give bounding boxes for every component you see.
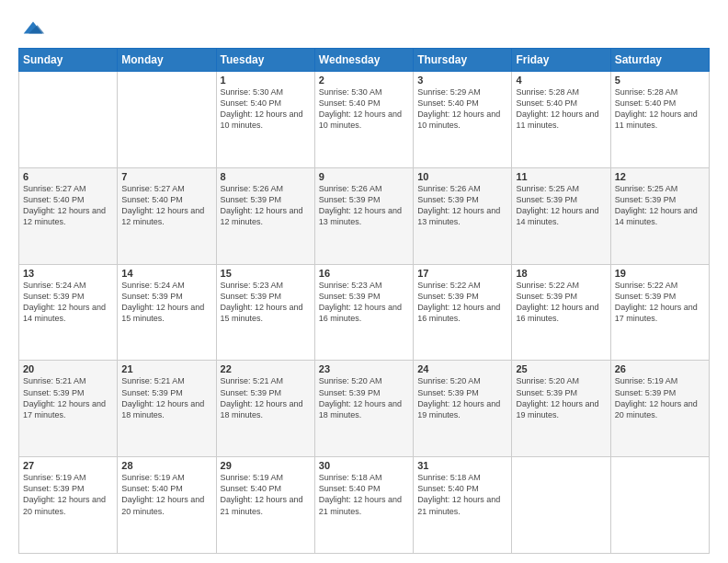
day-number: 15: [221, 268, 311, 279]
day-cell: 30Sunrise: 5:18 AM Sunset: 5:40 PM Dayli…: [314, 457, 413, 554]
day-cell: 24Sunrise: 5:20 AM Sunset: 5:39 PM Dayli…: [414, 361, 512, 457]
week-row-4: 20Sunrise: 5:21 AM Sunset: 5:39 PM Dayli…: [19, 361, 710, 457]
weekday-sunday: Sunday: [19, 49, 118, 72]
day-number: 25: [516, 363, 606, 374]
day-cell: 10Sunrise: 5:26 AM Sunset: 5:39 PM Dayli…: [414, 167, 512, 264]
day-number: 6: [23, 171, 113, 182]
day-info: Sunrise: 5:20 AM Sunset: 5:39 PM Dayligh…: [417, 375, 507, 420]
day-cell: 23Sunrise: 5:20 AM Sunset: 5:39 PM Dayli…: [314, 361, 413, 457]
day-info: Sunrise: 5:24 AM Sunset: 5:39 PM Dayligh…: [23, 280, 113, 325]
day-info: Sunrise: 5:26 AM Sunset: 5:39 PM Dayligh…: [417, 183, 507, 228]
day-number: 4: [516, 75, 606, 86]
day-info: Sunrise: 5:27 AM Sunset: 5:40 PM Dayligh…: [23, 183, 113, 228]
day-cell: 28Sunrise: 5:19 AM Sunset: 5:40 PM Dayli…: [118, 457, 216, 554]
day-info: Sunrise: 5:26 AM Sunset: 5:39 PM Dayligh…: [221, 183, 311, 228]
logo: [18, 15, 46, 40]
page: SundayMondayTuesdayWednesdayThursdayFrid…: [0, 0, 728, 563]
day-cell: 15Sunrise: 5:23 AM Sunset: 5:39 PM Dayli…: [216, 264, 314, 361]
day-info: Sunrise: 5:25 AM Sunset: 5:39 PM Dayligh…: [516, 183, 606, 228]
day-cell: 3Sunrise: 5:29 AM Sunset: 5:40 PM Daylig…: [414, 72, 512, 168]
day-info: Sunrise: 5:26 AM Sunset: 5:39 PM Dayligh…: [319, 183, 409, 228]
calendar-table: SundayMondayTuesdayWednesdayThursdayFrid…: [18, 48, 710, 554]
day-info: Sunrise: 5:24 AM Sunset: 5:39 PM Dayligh…: [121, 280, 211, 325]
logo-icon: [20, 15, 46, 40]
day-cell: 20Sunrise: 5:21 AM Sunset: 5:39 PM Dayli…: [19, 361, 118, 457]
day-number: 26: [615, 363, 705, 374]
day-number: 11: [516, 171, 606, 182]
day-info: Sunrise: 5:20 AM Sunset: 5:39 PM Dayligh…: [516, 375, 606, 420]
day-info: Sunrise: 5:25 AM Sunset: 5:39 PM Dayligh…: [615, 183, 705, 228]
day-info: Sunrise: 5:18 AM Sunset: 5:40 PM Dayligh…: [417, 472, 507, 517]
weekday-monday: Monday: [118, 49, 216, 72]
day-cell: 17Sunrise: 5:22 AM Sunset: 5:39 PM Dayli…: [414, 264, 512, 361]
day-info: Sunrise: 5:19 AM Sunset: 5:40 PM Dayligh…: [221, 472, 311, 517]
day-info: Sunrise: 5:30 AM Sunset: 5:40 PM Dayligh…: [319, 86, 409, 132]
weekday-friday: Friday: [512, 49, 610, 72]
day-number: 19: [615, 268, 705, 279]
day-info: Sunrise: 5:22 AM Sunset: 5:39 PM Dayligh…: [417, 280, 507, 325]
week-row-3: 13Sunrise: 5:24 AM Sunset: 5:39 PM Dayli…: [19, 264, 710, 361]
day-info: Sunrise: 5:21 AM Sunset: 5:39 PM Dayligh…: [121, 375, 211, 420]
day-number: 24: [417, 363, 507, 374]
week-row-5: 27Sunrise: 5:19 AM Sunset: 5:39 PM Dayli…: [19, 457, 710, 554]
day-info: Sunrise: 5:30 AM Sunset: 5:40 PM Dayligh…: [221, 86, 311, 132]
day-number: 13: [23, 268, 113, 279]
day-info: Sunrise: 5:28 AM Sunset: 5:40 PM Dayligh…: [615, 86, 705, 132]
day-cell: 7Sunrise: 5:27 AM Sunset: 5:40 PM Daylig…: [118, 167, 216, 264]
weekday-saturday: Saturday: [610, 49, 709, 72]
day-info: Sunrise: 5:28 AM Sunset: 5:40 PM Dayligh…: [516, 86, 606, 132]
day-cell: 18Sunrise: 5:22 AM Sunset: 5:39 PM Dayli…: [512, 264, 610, 361]
day-number: 22: [221, 363, 311, 374]
day-number: 5: [615, 75, 705, 86]
day-cell: 2Sunrise: 5:30 AM Sunset: 5:40 PM Daylig…: [314, 72, 413, 168]
day-cell: 21Sunrise: 5:21 AM Sunset: 5:39 PM Dayli…: [118, 361, 216, 457]
day-cell: 29Sunrise: 5:19 AM Sunset: 5:40 PM Dayli…: [216, 457, 314, 554]
day-cell: 6Sunrise: 5:27 AM Sunset: 5:40 PM Daylig…: [19, 167, 118, 264]
day-cell: 8Sunrise: 5:26 AM Sunset: 5:39 PM Daylig…: [216, 167, 314, 264]
weekday-header-row: SundayMondayTuesdayWednesdayThursdayFrid…: [19, 49, 710, 72]
day-number: 27: [23, 460, 113, 471]
day-cell: 25Sunrise: 5:20 AM Sunset: 5:39 PM Dayli…: [512, 361, 610, 457]
day-info: Sunrise: 5:22 AM Sunset: 5:39 PM Dayligh…: [516, 280, 606, 325]
week-row-1: 1Sunrise: 5:30 AM Sunset: 5:40 PM Daylig…: [19, 72, 710, 168]
day-number: 3: [417, 75, 507, 86]
weekday-tuesday: Tuesday: [216, 49, 314, 72]
day-cell: 13Sunrise: 5:24 AM Sunset: 5:39 PM Dayli…: [19, 264, 118, 361]
day-number: 10: [417, 171, 507, 182]
day-cell: 19Sunrise: 5:22 AM Sunset: 5:39 PM Dayli…: [610, 264, 709, 361]
day-number: 21: [121, 363, 211, 374]
day-number: 12: [615, 171, 705, 182]
day-cell: 31Sunrise: 5:18 AM Sunset: 5:40 PM Dayli…: [414, 457, 512, 554]
day-info: Sunrise: 5:19 AM Sunset: 5:39 PM Dayligh…: [23, 472, 113, 517]
day-cell: [512, 457, 610, 554]
day-cell: 1Sunrise: 5:30 AM Sunset: 5:40 PM Daylig…: [216, 72, 314, 168]
day-number: 31: [417, 460, 507, 471]
day-info: Sunrise: 5:19 AM Sunset: 5:39 PM Dayligh…: [615, 375, 705, 420]
day-info: Sunrise: 5:27 AM Sunset: 5:40 PM Dayligh…: [121, 183, 211, 228]
day-info: Sunrise: 5:23 AM Sunset: 5:39 PM Dayligh…: [221, 280, 311, 325]
day-info: Sunrise: 5:22 AM Sunset: 5:39 PM Dayligh…: [615, 280, 705, 325]
day-cell: [610, 457, 709, 554]
day-info: Sunrise: 5:21 AM Sunset: 5:39 PM Dayligh…: [23, 375, 113, 420]
day-number: 23: [319, 363, 409, 374]
day-number: 30: [319, 460, 409, 471]
day-cell: 4Sunrise: 5:28 AM Sunset: 5:40 PM Daylig…: [512, 72, 610, 168]
day-number: 16: [319, 268, 409, 279]
day-number: 7: [121, 171, 211, 182]
day-info: Sunrise: 5:18 AM Sunset: 5:40 PM Dayligh…: [319, 472, 409, 517]
day-cell: 11Sunrise: 5:25 AM Sunset: 5:39 PM Dayli…: [512, 167, 610, 264]
day-number: 17: [417, 268, 507, 279]
day-number: 9: [319, 171, 409, 182]
day-cell: 12Sunrise: 5:25 AM Sunset: 5:39 PM Dayli…: [610, 167, 709, 264]
day-number: 2: [319, 75, 409, 86]
day-number: 14: [121, 268, 211, 279]
header: [18, 15, 710, 40]
day-number: 29: [221, 460, 311, 471]
day-cell: [118, 72, 216, 168]
day-info: Sunrise: 5:20 AM Sunset: 5:39 PM Dayligh…: [319, 375, 409, 420]
day-number: 28: [121, 460, 211, 471]
day-cell: 26Sunrise: 5:19 AM Sunset: 5:39 PM Dayli…: [610, 361, 709, 457]
weekday-wednesday: Wednesday: [314, 49, 413, 72]
day-cell: 5Sunrise: 5:28 AM Sunset: 5:40 PM Daylig…: [610, 72, 709, 168]
day-info: Sunrise: 5:23 AM Sunset: 5:39 PM Dayligh…: [319, 280, 409, 325]
